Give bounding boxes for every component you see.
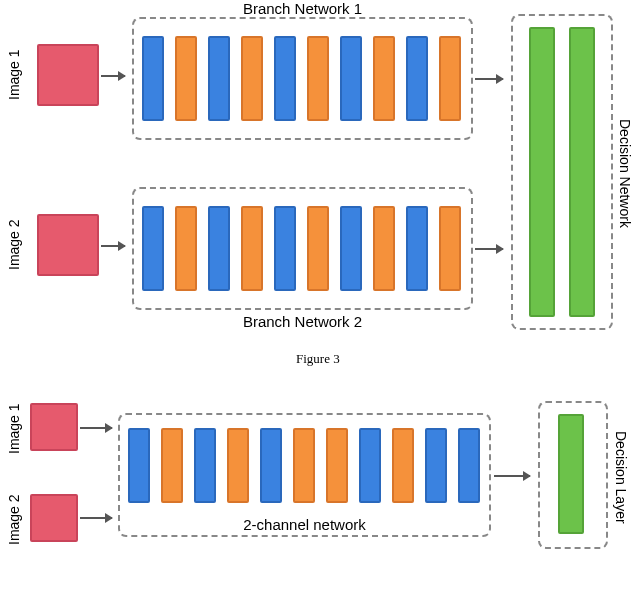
arrow-branch1-to-decision xyxy=(475,78,503,80)
arrow-img2-to-branch2 xyxy=(101,245,125,247)
fig3-caption: Figure 3 xyxy=(296,351,340,367)
fig4-nw-layer xyxy=(359,428,381,503)
fig4-image2-block xyxy=(30,494,78,542)
fig3-branch2-layers xyxy=(142,206,461,291)
fig3-b1-layer xyxy=(307,36,329,121)
fig3-image1-block xyxy=(37,44,99,106)
fig3-b2-layer xyxy=(340,206,362,291)
fig3-b1-layer xyxy=(274,36,296,121)
fig4-dec-layer xyxy=(558,414,584,534)
fig3-b1-layer xyxy=(439,36,461,121)
fig4-nw-layer xyxy=(194,428,216,503)
fig3-image1-label: Image 1 xyxy=(6,47,22,102)
fig4-nw-layer xyxy=(458,428,480,503)
fig3-b2-layer xyxy=(175,206,197,291)
fig3-b1-layer xyxy=(241,36,263,121)
fig3-image2-label: Image 2 xyxy=(6,217,22,272)
fig3-b1-layer xyxy=(175,36,197,121)
fig3-b2-layer xyxy=(373,206,395,291)
arrow-branch2-to-decision xyxy=(475,248,503,250)
fig3-b2-layer xyxy=(241,206,263,291)
fig3-b2-layer xyxy=(307,206,329,291)
fig4-network-label: 2-channel network xyxy=(118,516,491,533)
fig3-b1-layer xyxy=(208,36,230,121)
fig4-nw-layer xyxy=(161,428,183,503)
fig3-b1-layer xyxy=(340,36,362,121)
fig4-nw-layer xyxy=(260,428,282,503)
fig4-decision-label: Decision Layer xyxy=(613,424,629,530)
fig4-image1-label: Image 1 xyxy=(6,403,22,455)
fig3-dec-layer xyxy=(569,27,595,317)
fig3-b2-layer xyxy=(274,206,296,291)
fig4-nw-layer xyxy=(227,428,249,503)
arrow-fig4-img2-to-net xyxy=(80,517,112,519)
fig3-image2-block xyxy=(37,214,99,276)
arrow-fig4-img1-to-net xyxy=(80,427,112,429)
fig4-nw-layer xyxy=(293,428,315,503)
fig3-branch1-layers xyxy=(142,36,461,121)
arrow-fig4-net-to-dec xyxy=(494,475,530,477)
fig3-decision-layers xyxy=(529,27,595,317)
fig3-b2-layer xyxy=(208,206,230,291)
fig3-b1-layer xyxy=(406,36,428,121)
fig3-b2-layer xyxy=(439,206,461,291)
arrow-img1-to-branch1 xyxy=(101,75,125,77)
fig3-b1-layer xyxy=(142,36,164,121)
fig3-branch1-label: Branch Network 1 xyxy=(132,0,473,17)
fig3-dec-layer xyxy=(529,27,555,317)
fig4-image1-block xyxy=(30,403,78,451)
fig4-nw-layer xyxy=(425,428,447,503)
fig3-b2-layer xyxy=(406,206,428,291)
fig4-network-layers xyxy=(128,428,480,503)
fig4-image2-label: Image 2 xyxy=(6,494,22,546)
fig4-decision-layers xyxy=(558,414,584,534)
fig4-nw-layer xyxy=(128,428,150,503)
fig4-nw-layer xyxy=(326,428,348,503)
fig4-nw-layer xyxy=(392,428,414,503)
fig3-b2-layer xyxy=(142,206,164,291)
fig3-b1-layer xyxy=(373,36,395,121)
fig3-branch2-label: Branch Network 2 xyxy=(132,313,473,330)
fig3-decision-label: Decision Network xyxy=(617,113,633,233)
